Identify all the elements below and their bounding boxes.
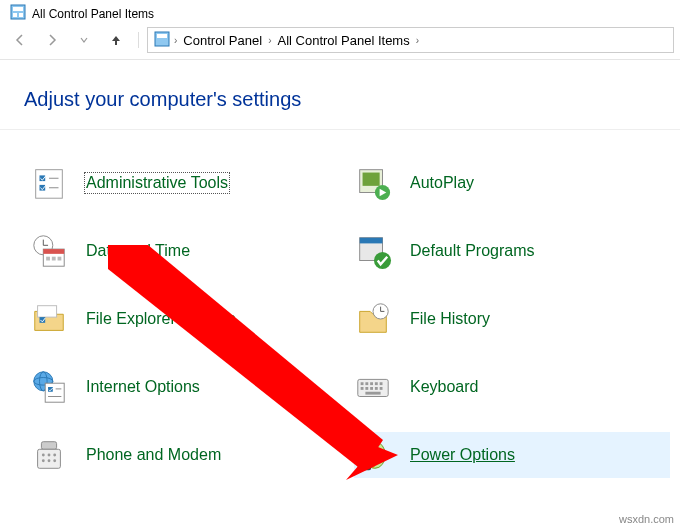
item-label: AutoPlay — [410, 174, 474, 192]
breadcrumb-segment[interactable]: Control Panel — [181, 33, 264, 48]
item-label: Administrative Tools — [86, 174, 228, 192]
item-label: Keyboard — [410, 378, 479, 396]
autoplay-icon — [354, 164, 392, 202]
svg-rect-43 — [361, 387, 364, 390]
separator — [138, 32, 139, 48]
svg-rect-19 — [46, 257, 50, 261]
svg-rect-48 — [365, 392, 380, 395]
item-label: Default Programs — [410, 242, 535, 260]
svg-rect-18 — [43, 249, 64, 254]
svg-point-52 — [48, 454, 51, 457]
svg-rect-42 — [380, 382, 383, 385]
svg-rect-2 — [13, 13, 17, 17]
keyboard-icon — [354, 368, 392, 406]
svg-rect-44 — [365, 387, 368, 390]
svg-rect-23 — [360, 238, 383, 244]
svg-rect-20 — [52, 257, 56, 261]
item-default-programs[interactable]: Default Programs — [354, 228, 670, 274]
phone-modem-icon — [30, 436, 68, 474]
svg-rect-49 — [41, 442, 56, 450]
window-title: All Control Panel Items — [32, 7, 154, 21]
svg-point-54 — [42, 459, 45, 462]
file-explorer-options-icon — [30, 300, 68, 338]
svg-point-51 — [42, 454, 45, 457]
svg-rect-45 — [370, 387, 373, 390]
nav-toolbar: › Control Panel › All Control Panel Item… — [0, 25, 680, 60]
chevron-right-icon: › — [268, 35, 271, 46]
up-button[interactable] — [102, 28, 130, 52]
address-bar[interactable]: › Control Panel › All Control Panel Item… — [147, 27, 674, 53]
item-phone-modem[interactable]: Phone and Modem — [30, 432, 330, 478]
svg-rect-6 — [36, 170, 63, 199]
forward-button[interactable] — [38, 28, 66, 52]
svg-rect-39 — [365, 382, 368, 385]
divider — [0, 129, 680, 130]
item-admin-tools[interactable]: Administrative Tools — [30, 160, 330, 206]
item-internet-options[interactable]: Internet Options — [30, 364, 330, 410]
svg-rect-34 — [48, 387, 53, 392]
item-power-options[interactable]: Power Options — [354, 432, 670, 478]
svg-rect-12 — [363, 173, 380, 186]
svg-rect-1 — [13, 7, 23, 11]
default-programs-icon — [354, 232, 392, 270]
svg-rect-41 — [375, 382, 378, 385]
item-autoplay[interactable]: AutoPlay — [354, 160, 670, 206]
svg-rect-25 — [38, 306, 57, 317]
back-button[interactable] — [6, 28, 34, 52]
breadcrumb-segment[interactable]: All Control Panel Items — [275, 33, 411, 48]
item-label: Phone and Modem — [86, 446, 221, 464]
item-keyboard[interactable]: Keyboard — [354, 364, 670, 410]
item-file-history[interactable]: File History — [354, 296, 670, 342]
chevron-right-icon: › — [174, 35, 177, 46]
window-titlebar: All Control Panel Items — [0, 0, 680, 25]
watermark: wsxdn.com — [619, 513, 674, 525]
svg-rect-40 — [370, 382, 373, 385]
power-options-icon — [354, 436, 392, 474]
file-history-icon — [354, 300, 392, 338]
control-panel-icon — [154, 31, 170, 50]
svg-point-53 — [53, 454, 56, 457]
svg-rect-33 — [45, 383, 64, 402]
svg-rect-47 — [380, 387, 383, 390]
svg-point-55 — [48, 459, 51, 462]
item-label: Date and Time — [86, 242, 190, 260]
svg-rect-58 — [372, 440, 378, 446]
svg-rect-21 — [58, 257, 62, 261]
recent-dropdown[interactable] — [70, 28, 98, 52]
control-panel-icon — [10, 4, 26, 23]
svg-rect-59 — [358, 465, 371, 471]
svg-rect-50 — [38, 449, 61, 468]
chevron-right-icon: › — [416, 35, 419, 46]
item-label: File History — [410, 310, 490, 328]
item-label: Internet Options — [86, 378, 200, 396]
item-date-time[interactable]: Date and Time — [30, 228, 330, 274]
svg-rect-3 — [19, 13, 23, 17]
svg-rect-38 — [361, 382, 364, 385]
svg-rect-46 — [375, 387, 378, 390]
control-panel-grid: Administrative Tools AutoPlay Date and T… — [0, 160, 680, 478]
svg-rect-5 — [157, 34, 167, 38]
item-file-explorer-options[interactable]: File Explorer Options — [30, 296, 330, 342]
item-label: File Explorer Options — [86, 310, 235, 328]
date-time-icon — [30, 232, 68, 270]
page-heading: Adjust your computer's settings — [0, 60, 680, 129]
admin-tools-icon — [30, 164, 68, 202]
svg-point-56 — [53, 459, 56, 462]
item-label: Power Options — [410, 446, 515, 464]
internet-options-icon — [30, 368, 68, 406]
